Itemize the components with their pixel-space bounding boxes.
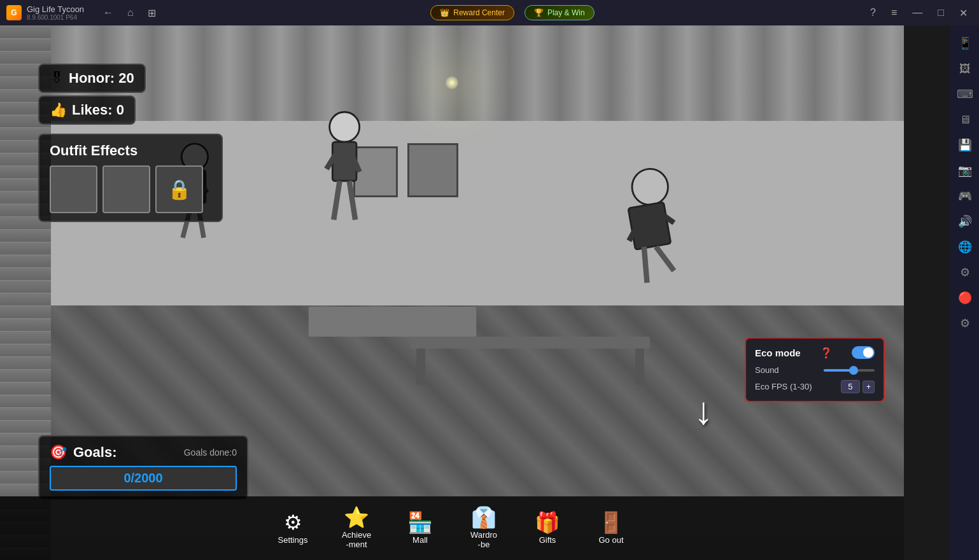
app-version: 8.9.600.1001 P64 [27,14,84,21]
honor-icon: 🎖 [50,70,64,87]
settings-label: Settings [278,535,308,545]
sidebar-icon-globe[interactable]: 🌐 [954,235,976,258]
play-win-button[interactable]: 🏆 Play & Win [525,5,595,20]
likes-box: 👍 Likes: 0 [38,95,136,125]
picture1 [353,146,398,197]
goals-box: 🎯 Goals: Goals done:0 0/2000 [38,435,248,500]
sidebar-icon-keyboard[interactable]: ⌨ [954,83,976,106]
play-win-label: Play & Win [547,8,585,17]
toolbar-btn-gifts[interactable]: 🎁 Gifts [522,508,573,549]
goals-progress-value: 0/2000 [123,471,162,485]
ceiling-light [446,76,458,89]
eco-toggle[interactable] [852,346,875,359]
go-out-icon: 🚪 [598,512,624,533]
minimize-button[interactable]: — [907,6,927,20]
goals-icon: 🎯 [50,444,67,461]
titlebar-nav: ← ⌂ ⊞ [99,6,160,20]
lock-icon: 🔒 [167,178,191,200]
outfit-slot-2[interactable] [102,165,150,213]
eco-fps-value: 5 [841,380,860,393]
sidebar-icon-save[interactable]: 💾 [954,134,976,157]
titlebar-right: ? ≡ — □ ✕ [865,6,973,20]
eco-fps-row: Eco FPS (1-30) 5 + [755,380,875,393]
windows-button[interactable]: ⊞ [144,6,160,20]
reward-center-button[interactable]: 👑 Reward Center [430,5,514,20]
toolbar-btn-wardrobe[interactable]: 👔 Wardro-be [458,503,509,553]
likes-text: Likes: 0 [72,102,124,118]
app-icon: G [6,5,22,20]
sidebar-icon-image[interactable]: 🖼 [954,57,976,80]
sidebar-icon-sound[interactable]: 🔊 [954,210,976,233]
likes-icon: 👍 [50,102,67,118]
app-title: Gig Life Tycoon [27,4,84,15]
goals-title: Goals: [73,444,116,461]
eco-fps-increment[interactable]: + [863,381,875,393]
go-out-label: Go out [598,535,623,545]
honor-text: Honor: 20 [69,70,134,87]
goals-header: 🎯 Goals: Goals done:0 [50,444,237,461]
eco-sound-label: Sound [755,365,779,375]
eco-sound-slider[interactable] [824,369,875,372]
toolbar-btn-achievement[interactable]: ⭐ Achieve-ment [331,503,382,553]
back-button[interactable]: ← [99,6,117,20]
titlebar-left: G Gig Life Tycoon 8.9.600.1001 P64 ← ⌂ ⊞ [6,4,160,22]
achievement-label: Achieve-ment [342,530,371,549]
toolbar-btn-go-out[interactable]: 🚪 Go out [586,508,637,549]
outfit-slots: 🔒 [50,165,211,213]
outfit-slot-1[interactable] [50,165,97,213]
help-button[interactable]: ? [865,6,881,20]
menu-button[interactable]: ≡ [886,6,902,20]
sidebar-icon-extra[interactable]: ⚙ [954,312,976,335]
eco-mode-title: Eco mode [755,347,801,358]
right-sidebar: 📱 🖼 ⌨ 🖥 💾 📷 🎮 🔊 🌐 ⚙ 🔴 ⚙ [950,25,979,560]
picture2 [407,143,458,197]
honor-box: 🎖 Honor: 20 [38,64,146,93]
titlebar: G Gig Life Tycoon 8.9.600.1001 P64 ← ⌂ ⊞… [0,0,979,25]
app-info: Gig Life Tycoon 8.9.600.1001 P64 [27,4,84,22]
close-button[interactable]: ✕ [954,6,973,20]
achievement-icon: ⭐ [344,507,369,528]
gifts-label: Gifts [539,535,556,545]
eco-popup-header: Eco mode ❓ [755,346,875,359]
titlebar-center: 👑 Reward Center 🏆 Play & Win [430,5,594,20]
eco-sound-slider-thumb [849,366,858,375]
reward-center-label: Reward Center [453,8,505,17]
eco-fps-label: Eco FPS (1-30) [755,382,812,391]
sidebar-icon-gamepad[interactable]: 🎮 [954,185,976,207]
wardrobe-label: Wardro-be [470,530,497,549]
wardrobe-icon: 👔 [471,507,497,528]
mall-label: Mall [412,535,428,545]
eco-fps-control: 5 + [841,380,875,393]
maximize-button[interactable]: □ [933,6,949,20]
play-win-icon: 🏆 [534,8,544,17]
arrow-down-indicator: ↓ [694,389,713,433]
sidebar-icon-camera[interactable]: 📷 [954,159,976,182]
mall-icon: 🏪 [407,512,433,533]
outfit-slot-3-locked[interactable]: 🔒 [155,165,203,213]
settings-icon: ⚙ [284,512,302,533]
gifts-icon: 🎁 [535,512,560,533]
outfit-box: Outfit Effects 🔒 [38,134,223,222]
home-button[interactable]: ⌂ [123,6,137,20]
game-area[interactable]: ↓ 🎖 Honor: 20 👍 Likes: 0 Outfit Effects … [0,25,904,560]
sidebar-icon-display[interactable]: 🖥 [954,108,976,131]
goals-done: Goals done:0 [184,447,237,458]
outfit-title: Outfit Effects [50,143,211,159]
eco-mode-popup: Eco mode ❓ Sound Eco FPS (1-30) 5 + [745,337,885,402]
goals-progress-bar: 0/2000 [50,466,237,491]
bottom-toolbar: ⚙ Settings ⭐ Achieve-ment 🏪 Mall 👔 Wardr… [0,496,904,560]
eco-help-icon[interactable]: ❓ [820,347,833,359]
eco-sound-row: Sound [755,365,875,375]
toolbar-btn-mall[interactable]: 🏪 Mall [395,508,446,549]
toolbar-btn-settings[interactable]: ⚙ Settings [267,508,318,549]
sidebar-icon-screen[interactable]: 📱 [954,32,976,55]
sidebar-icon-settings[interactable]: ⚙ [954,261,976,284]
reward-icon: 👑 [440,8,449,17]
sidebar-icon-record[interactable]: 🔴 [954,286,976,309]
